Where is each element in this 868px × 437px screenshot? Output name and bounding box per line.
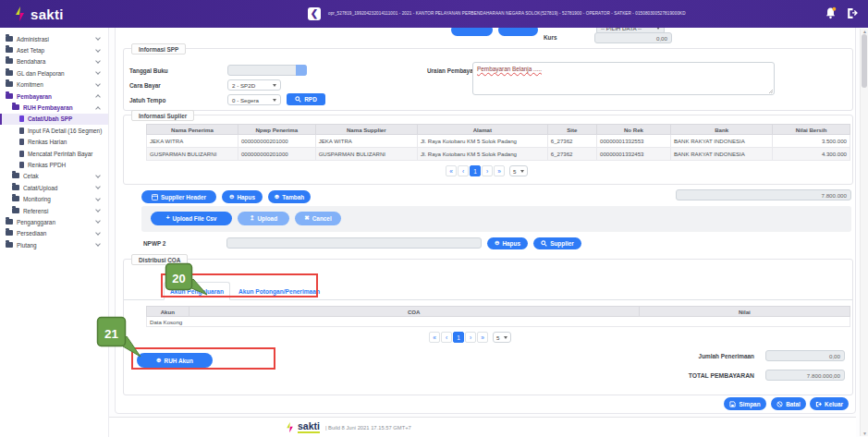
- folder-icon: [12, 173, 19, 178]
- kurs-label: Kurs: [544, 34, 557, 41]
- file-icon: [19, 115, 24, 122]
- sidebar-item-penganggaran[interactable]: Penganggaran: [0, 216, 108, 227]
- upload-file-csv-button[interactable]: +Upload File Csv: [151, 212, 232, 225]
- calendar-button[interactable]: [296, 65, 307, 76]
- supplier-pagination: « ‹ 1 › » 5: [446, 165, 528, 176]
- kurs-input[interactable]: 0,00: [594, 32, 672, 43]
- rpd-button[interactable]: RPD: [287, 93, 325, 105]
- ruh-akun-button[interactable]: ⊕RUH Akun: [137, 353, 213, 368]
- chevron-up-icon: [95, 106, 101, 112]
- total-pembayaran-input: 7.800.000,00: [765, 370, 845, 381]
- top-cropped-button-2[interactable]: [498, 28, 538, 36]
- chevron-down-icon: [520, 170, 524, 173]
- tanggal-buku-input[interactable]: [227, 65, 307, 76]
- pagination-page-1[interactable]: 1: [453, 332, 464, 343]
- chevron-down-icon: [95, 47, 101, 53]
- sidebar-item-aset-tetap[interactable]: Aset Tetap: [0, 44, 108, 55]
- page-size-select[interactable]: 5: [493, 332, 511, 343]
- plus-icon: +: [166, 215, 170, 222]
- page-size-select[interactable]: 5: [509, 165, 528, 176]
- jumlah-penerimaan-input: 0,00: [765, 350, 845, 361]
- uraian-pembayaran-textarea[interactable]: Pembayaran Belanja .....: [472, 62, 775, 95]
- coa-table: Akun COA Nilai Data Kosong: [146, 306, 850, 327]
- sidebar-item-administrasi[interactable]: Administrasi: [0, 33, 108, 44]
- file-icon: [19, 139, 24, 145]
- chevron-down-icon: [273, 99, 276, 102]
- scroll-down-arrow[interactable]: ▼: [862, 431, 867, 436]
- session-title: opr_527819_199204232014111001 - 2021 - K…: [328, 11, 716, 16]
- pagination-prev-button[interactable]: ‹: [458, 165, 469, 176]
- sidebar-item-renkas-ppdh[interactable]: Renkas PPDH: [0, 159, 108, 170]
- jumlah-penerimaan-label: Jumlah Penerimaan: [642, 353, 754, 359]
- sidebar-item-bendahara[interactable]: Bendahara: [0, 56, 108, 67]
- folder-icon: [12, 208, 19, 213]
- file-icon: [19, 162, 24, 168]
- hapus-supplier-button[interactable]: ⊖Hapus: [222, 190, 263, 203]
- folder-icon: [6, 58, 13, 64]
- supplier-header-button[interactable]: Supplier Header: [141, 190, 216, 203]
- scrollbar-thumb[interactable]: [862, 34, 867, 88]
- sidebar-item-monitoring[interactable]: Monitoring: [0, 193, 108, 204]
- chevron-down-icon: [95, 58, 101, 64]
- pagination-prev-button[interactable]: ‹: [441, 332, 452, 343]
- pagination-next-button[interactable]: ›: [465, 332, 476, 343]
- folder-icon: [6, 47, 13, 53]
- top-cropped-button-1[interactable]: [451, 28, 493, 36]
- sidebar-item-piutang[interactable]: Piutang: [0, 239, 108, 250]
- sidebar-item-referensi[interactable]: Referensi: [0, 205, 108, 216]
- window-icon: [152, 194, 158, 200]
- sidebar-item-ruh-pembayaran[interactable]: RUH Pembayaran: [0, 102, 108, 113]
- pagination-first-button[interactable]: «: [446, 165, 457, 176]
- main-content: -- PILIH DATA -- Kurs 0,00 Informasi SPP…: [109, 28, 868, 437]
- bell-icon[interactable]: [825, 6, 837, 19]
- sidebar-item-mencatat-perintah-bayar[interactable]: Mencatat Perintah Bayar: [0, 148, 108, 159]
- pagination-first-button[interactable]: «: [429, 332, 440, 343]
- pagination-next-button[interactable]: ›: [482, 165, 493, 176]
- supplier-table-row[interactable]: JEKA WITRA000000000201000 JEKA WITRAJl. …: [147, 135, 850, 148]
- sidebar-item-pembayaran[interactable]: Pembayaran: [0, 91, 108, 102]
- distribusi-coa-legend: Distribusi COA: [131, 254, 188, 265]
- tab-akun-potongan-penerimaan[interactable]: Akun Potongan/Penerimaan: [233, 282, 325, 300]
- sidebar-item-cetak[interactable]: Cetak: [0, 171, 108, 182]
- jatuh-tempo-select[interactable]: 0 - Segera: [227, 94, 281, 105]
- pagination-page-1[interactable]: 1: [470, 165, 481, 176]
- pagination-last-button[interactable]: »: [477, 332, 488, 343]
- sidebar-item-input-fa-detail[interactable]: Input FA Detail (16 Segmen): [0, 125, 108, 136]
- search-icon: [295, 96, 301, 103]
- chevron-down-icon: [95, 35, 101, 41]
- batal-button[interactable]: Batal: [771, 397, 806, 410]
- sidebar-item-komitmen[interactable]: Komitmen: [0, 79, 108, 91]
- sidebar-item-gl-dan-pelaporan[interactable]: GL dan Pelaporan: [0, 67, 108, 79]
- resize-handle[interactable]: [768, 89, 773, 93]
- tambah-supplier-button[interactable]: ⊕Tambah: [268, 190, 311, 203]
- coa-pagination: « ‹ 1 › » 5: [429, 332, 511, 343]
- cancel-button[interactable]: ✖Cancel: [295, 212, 341, 225]
- vertical-scrollbar[interactable]: ▲ ▼: [860, 29, 868, 436]
- back-button[interactable]: ❮: [308, 7, 321, 20]
- upload-icon: ↥: [250, 215, 254, 222]
- total-pembayaran-label: TOTAL PEMBAYARAN: [623, 372, 754, 379]
- npwp2-input[interactable]: [226, 237, 482, 249]
- tab-akun-pengeluaran[interactable]: Akun Pengeluaran: [164, 282, 230, 300]
- supplier-search-button[interactable]: Supplier: [533, 237, 581, 249]
- chevron-down-icon: [95, 196, 101, 201]
- keluar-button[interactable]: Keluar: [810, 397, 849, 410]
- save-icon: [729, 401, 736, 407]
- simpan-button[interactable]: Simpan: [724, 397, 766, 410]
- hapus-npwp2-button[interactable]: ⊖Hapus: [487, 237, 528, 249]
- chevron-down-icon: [273, 84, 276, 87]
- logout-icon[interactable]: [846, 7, 859, 19]
- pagination-last-button[interactable]: »: [494, 165, 505, 176]
- sidebar-item-catat-upload[interactable]: Catat/Upload: [0, 182, 108, 193]
- cara-bayar-select[interactable]: 2 - SP2D: [227, 79, 281, 91]
- supplier-table-row[interactable]: GUSPARMAN BULIZARNI000000000201000 GUSPA…: [147, 148, 850, 161]
- folder-icon: [12, 104, 19, 110]
- sidebar-item-persediaan[interactable]: Persediaan: [0, 228, 108, 239]
- upload-button[interactable]: ↥Upload: [238, 212, 289, 225]
- folder-icon: [6, 219, 13, 225]
- chevron-up-icon: [95, 94, 101, 100]
- informasi-spp-section: Informasi SPP Tanggal Buku Cara Bayar 2 …: [123, 48, 853, 111]
- sidebar-item-renkas-harian[interactable]: Renkas Harian: [0, 137, 108, 148]
- sidebar-item-catat-ubah-spp[interactable]: Catat/Ubah SPP: [0, 114, 108, 125]
- supplier-total-input: 7.800.000: [676, 189, 851, 200]
